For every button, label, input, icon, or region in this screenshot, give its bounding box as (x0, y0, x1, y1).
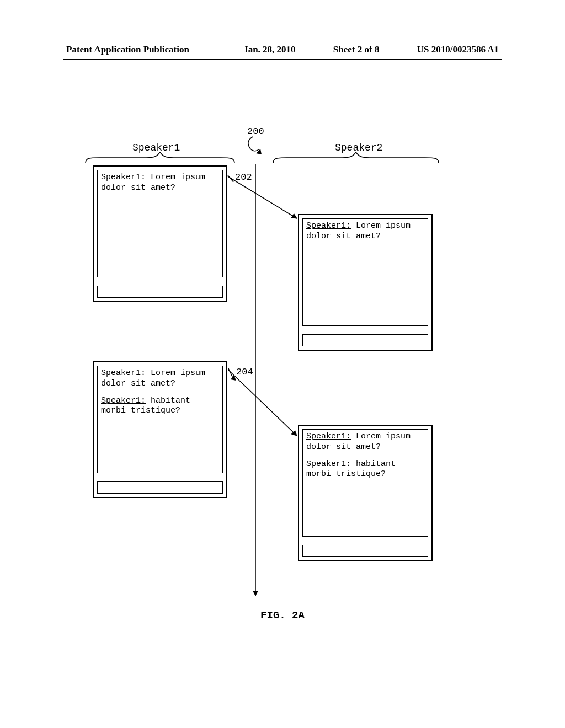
chat-message: Speaker1: Lorem ipsum dolor sit amet? (101, 173, 219, 194)
brace-speaker1 (86, 152, 234, 163)
lead-line-200 (248, 137, 259, 151)
reference-numeral-204: 204 (236, 367, 253, 377)
message-speaker-label: Speaker1: (306, 459, 351, 469)
column-label-speaker1: Speaker1 (132, 142, 180, 153)
column-label-speaker2: Speaker2 (335, 142, 382, 153)
reference-numeral-200: 200 (247, 126, 264, 137)
reference-numeral-202: 202 (235, 172, 252, 183)
chat-message: Speaker1: habitant morbi tristique? (306, 459, 424, 480)
chat-input[interactable] (97, 481, 223, 494)
chat-message: Speaker1: Lorem ipsum dolor sit amet? (306, 221, 424, 242)
message-speaker-label: Speaker1: (101, 368, 146, 378)
figure-caption: FIG. 2A (0, 609, 565, 622)
chat-transcript: Speaker1: Lorem ipsum dolor sit amet? Sp… (302, 429, 428, 537)
chat-transcript: Speaker1: Lorem ipsum dolor sit amet? Sp… (97, 366, 223, 473)
chat-window-speaker2-step2: Speaker1: Lorem ipsum dolor sit amet? Sp… (298, 425, 433, 561)
chat-message: Speaker1: habitant morbi tristique? (101, 396, 219, 417)
message-speaker-label: Speaker1: (101, 396, 146, 405)
chat-message: Speaker1: Lorem ipsum dolor sit amet? (101, 368, 219, 389)
chat-input[interactable] (97, 286, 223, 298)
chat-message: Speaker1: Lorem ipsum dolor sit amet? (306, 432, 424, 453)
message-speaker-label: Speaker1: (306, 221, 351, 231)
message-speaker-label: Speaker1: (101, 173, 146, 182)
brace-speaker2 (273, 152, 439, 163)
chat-input[interactable] (302, 334, 428, 346)
chat-window-speaker2-step1: Speaker1: Lorem ipsum dolor sit amet? (298, 214, 433, 351)
figure-diagram: Speaker1 Speaker2 200 202 204 Speaker1: … (0, 0, 565, 728)
chat-transcript: Speaker1: Lorem ipsum dolor sit amet? (97, 170, 223, 277)
message-arrow-2 (228, 370, 297, 436)
lead-line-204 (228, 368, 233, 378)
chat-input[interactable] (302, 545, 428, 557)
lead-line-202 (228, 175, 233, 182)
chat-window-speaker1-step1: Speaker1: Lorem ipsum dolor sit amet? (93, 165, 227, 302)
message-speaker-label: Speaker1: (306, 432, 351, 441)
message-arrow-1 (228, 176, 297, 218)
chat-window-speaker1-step2: Speaker1: Lorem ipsum dolor sit amet? Sp… (93, 361, 227, 498)
chat-transcript: Speaker1: Lorem ipsum dolor sit amet? (302, 218, 428, 326)
